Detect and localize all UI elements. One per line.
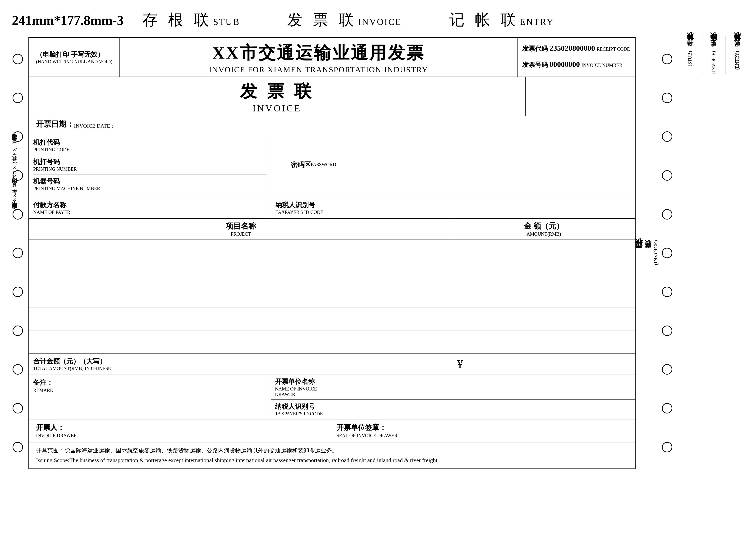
receipt-code-label-en: RECEIPT CODE [597,46,630,52]
total-label-cell: 合计金额（元）（大写） TOTAL AMOUNT(RMB) IN CHINESE [29,354,453,375]
col3-label: 第三联 记帐联 (ENTRY) [725,37,749,74]
project-amount-header: 项目名称 PROJECT 金 额（元） AMOUNT(RMB) [29,219,635,239]
circle-right-4 [662,170,672,181]
remark-label-en: REMARK： [33,387,267,394]
second-union-num: 第二联 [633,240,643,266]
invoice-number-label-zh: 发票号码 [522,61,548,68]
invoice-drawer-block: 开票人： INVOICE DRAWER： [36,423,327,439]
col3-en: (ENTRY) [734,51,740,70]
invoice-number-label-en: INVOICE NUMBER [581,63,622,68]
scope-zh: 开具范围：除国际海运业运输、国际航空旅客运输、铁路货物运输、公路内河货物运输以外… [36,446,628,456]
amount-col [453,239,635,353]
seal-block: 开票单位签章： SEAL OF INVOICE DRAWER： [327,423,628,439]
invoice-card: （电脑打印 手写无效） (HAND WRITING NULL AND VOID)… [28,37,635,469]
invoice-drawer-label-zh: 开票人： [36,423,327,433]
invoice-drawer-label-en: INVOICE DRAWER： [36,433,327,439]
total-label-en: TOTAL AMOUNT(RMB) IN CHINESE [33,366,449,371]
circle-right-1 [662,54,672,64]
main-title-zh: XX市交通运输业通用发票 [125,41,512,64]
seal-label-en: SEAL OF INVOICE DRAWER： [336,433,628,439]
col2-label: 第二联 发票联 (INVOICE) [702,37,726,74]
print-pw-row: 机打代码 PRINTING CODE 机打号码 PRINTING NUMBER … [29,132,635,197]
drawer-name-zh: 开票单位名称 [275,377,631,386]
project-header-cell: 项目名称 PROJECT [29,219,453,239]
printing-machine-en: PRINTING MACHINE NUMBER [33,186,267,191]
print-codes-block: 机打代码 PRINTING CODE 机打号码 PRINTING NUMBER … [29,132,271,197]
remarks-row: 备注： REMARK： 开票单位名称 NAME OF INVOICE DRAWE… [29,375,635,419]
seal-label-zh: 开票单位签章： [336,423,628,433]
col1-num: 第一联 [685,44,695,47]
project-content-area [29,239,635,354]
col2-en: (INVOICE) [711,51,716,74]
taxpayer-cell: 纳税人识别号 TAXPAYER'S ID CODE [271,197,635,218]
circle-left-7 [13,287,23,297]
section-label-zh: 发 票 联 [240,80,314,103]
password-en: PASSWORD [311,162,336,167]
circle-left-1 [13,54,23,64]
payer-label-zh: 付款方名称 [33,201,267,209]
circle-right-11 [662,442,672,452]
remarks-right-panel: 开票单位名称 NAME OF INVOICE DRAWER 纳税人识别号 TAX… [271,375,635,419]
fapiao-row: 发 票 联 INVOICE [29,77,635,116]
col3-num: 第三联 [732,44,742,47]
main-title-en: INVOICE FOR XIAMEN TRANSPORTATION INDUST… [125,65,512,74]
circle-left-6 [13,248,23,258]
circle-right-6 [662,248,672,258]
taxpayer-label-en: TAXPAYER'S ID CODE [275,209,630,215]
circle-left-9 [13,364,23,375]
total-row: 合计金额（元）（大写） TOTAL AMOUNT(RMB) IN CHINESE… [29,354,635,375]
password-zh: 密码区 [291,160,311,169]
invoice-date-label-zh: 开票日期： [36,119,74,129]
invoice-label-en: INVOICE [358,17,402,27]
invoice-date-label-en: INVOICE DATE： [74,122,115,129]
project-label-zh: 项目名称 [29,221,453,232]
second-union-content: 第二联 发票联 (INVOICE) [636,37,656,469]
drawer-taxpayer-zh: 纳税人识别号 [275,402,631,411]
remark-label-zh: 备注： [33,378,267,387]
circle-right-10 [662,403,672,414]
scope-line: 开具范围：除国际海运业运输、国际航空旅客运输、铁路货物运输、公路内河货物运输以外… [29,442,635,468]
yen-symbol: ¥ [457,358,463,371]
printing-code-zh: 机打代码 [33,138,267,147]
second-union-type: 发票联 [643,240,653,265]
scope-en: Issuing Scope:The business of transporta… [36,456,628,465]
total-value-cell: ¥ [453,354,635,375]
printing-machine-row: 机器号码 PRINTING MACHINE NUMBER [33,175,267,194]
printing-code-en: PRINTING CODE [33,147,267,153]
amount-label-en: AMOUNT(RMB) [453,232,635,237]
payer-label-en: NAME OF PAYER [33,209,267,215]
printing-code-row: 机打代码 PRINTING CODE [33,136,267,155]
project-label-en: PROJECT [29,232,453,237]
right-circles-column [656,37,678,469]
entry-label-zh: 记 帐 联 [449,12,519,28]
total-label-zh: 合计金额（元）（大写） [33,357,449,366]
handwriting-en: (HAND WRITING NULL AND VOID) [36,59,113,64]
receipt-code-value: 235020800000 [550,44,595,53]
circle-left-8 [13,325,23,336]
taxpayer-label-zh: 纳税人识别号 [275,201,630,209]
handwriting-zh: （电脑打印 手写无效） [36,50,113,59]
three-columns-labels: 第一联 存根联 (STUB) 第二联 发票联 (INVOICE) 第三联 记帐联… [678,37,749,74]
date-row: 开票日期： INVOICE DATE： [29,116,635,132]
project-col [29,239,453,353]
drawer-taxpayer-cell: 纳税人识别号 TAXPAYER'S ID CODE [271,400,635,419]
page-size-label: 241mm*177.8mm-3 [12,13,123,28]
circle-right-9 [662,364,672,375]
receipt-code-block: 发票代码 235020800000 RECEIPT CODE 发票号码 0000… [517,38,635,77]
invoice-label-zh: 发 票 联 [287,12,357,28]
circle-right-2 [662,93,672,103]
col2-num: 第二联 [709,44,718,47]
left-circles-column [7,37,28,469]
card-header: （电脑打印 手写无效） (HAND WRITING NULL AND VOID)… [29,38,635,77]
main-title-block: XX市交通运输业通用发票 INVOICE FOR XIAMEN TRANSPOR… [120,38,517,77]
left-vertical-text: 闽门价税令字2008年XX号（闽门税XXXXX发〔2008〕X号） 监制单位： [11,137,18,213]
printing-number-en: PRINTING NUMBER [33,166,267,172]
stub-label-zh: 存 根 联 [142,12,212,28]
invoice-number-value: 00000000 [550,60,580,68]
drawer-name-cell: 开票单位名称 NAME OF INVOICE DRAWER [271,375,635,400]
printing-number-row: 机打号码 PRINTING NUMBER [33,155,267,175]
amount-header-cell: 金 额（元） AMOUNT(RMB) [453,219,635,239]
circle-right-5 [662,209,672,220]
circle-right-8 [662,325,672,336]
circle-left-2 [13,93,23,103]
